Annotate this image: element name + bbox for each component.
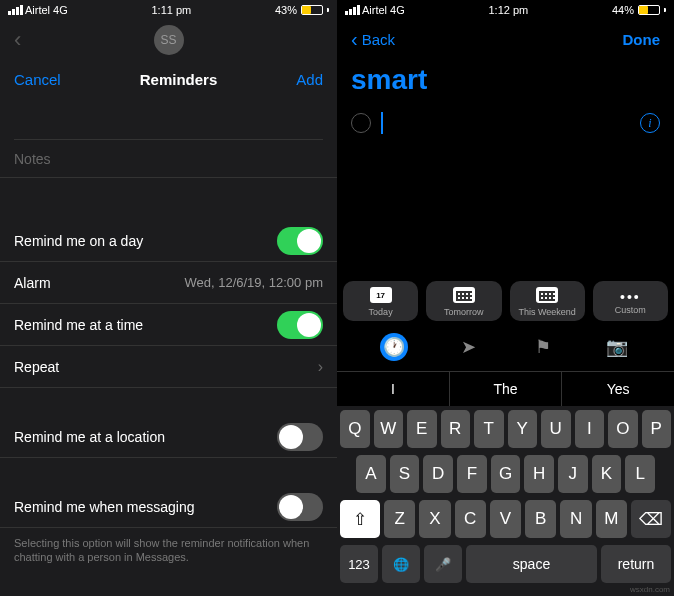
carrier-label: Airtel 4G [25,4,68,16]
info-icon[interactable]: i [640,113,660,133]
cancel-button[interactable]: Cancel [14,71,61,88]
quick-today[interactable]: Today [343,281,418,321]
title-input[interactable] [14,106,323,140]
back-chevron-icon[interactable]: ‹ [14,27,21,53]
key-h[interactable]: H [524,455,554,493]
battery-indicator: 44% [612,4,666,16]
signal-icon [345,5,360,15]
camera-action-icon[interactable]: 📷 [603,333,631,361]
key-n[interactable]: N [560,500,591,538]
back-button[interactable]: ‹ Back [351,28,395,51]
mic-key[interactable]: 🎤 [424,545,462,583]
add-button[interactable]: Add [296,71,323,88]
suggestion-2[interactable]: The [450,372,563,406]
delete-key[interactable]: ⌫ [631,500,671,538]
space-key[interactable]: space [466,545,597,583]
done-button[interactable]: Done [623,31,661,48]
clock-label: 1:11 pm [152,4,192,16]
battery-indicator: 43% [275,4,329,16]
globe-key[interactable]: 🌐 [382,545,420,583]
remind-time-toggle[interactable] [277,311,323,339]
watermark: wsxdn.com [630,585,670,594]
quick-weekend[interactable]: This Weekend [510,281,585,321]
key-u[interactable]: U [541,410,571,448]
return-key[interactable]: return [601,545,671,583]
nav-bar: ‹ Back Done [337,20,674,58]
status-bar: Airtel 4G 1:12 pm 44% [337,0,674,20]
quick-tomorrow[interactable]: Tomorrow [426,281,501,321]
key-j[interactable]: J [558,455,588,493]
remind-messaging-toggle[interactable] [277,493,323,521]
repeat-row[interactable]: Repeat › [0,346,337,388]
key-p[interactable]: P [642,410,672,448]
list-title: smart [337,58,674,102]
chevron-back-icon: ‹ [351,28,358,51]
key-w[interactable]: W [374,410,404,448]
key-r[interactable]: R [441,410,471,448]
nav-bar: Cancel Reminders Add [0,60,337,98]
carrier-label: Airtel 4G [362,4,405,16]
time-action-icon[interactable]: 🕐 [380,333,408,361]
key-f[interactable]: F [457,455,487,493]
key-e[interactable]: E [407,410,437,448]
keyboard: QWERTYUIOP ASDFGHJKL ⇧ ZXCVBNM ⌫ 123 🌐 🎤… [337,406,674,596]
remind-time-label: Remind me at a time [14,317,143,333]
key-o[interactable]: O [608,410,638,448]
new-reminder-row[interactable]: i [337,102,674,144]
key-z[interactable]: Z [384,500,415,538]
key-y[interactable]: Y [508,410,538,448]
key-i[interactable]: I [575,410,605,448]
chevron-right-icon: › [318,358,323,376]
key-l[interactable]: L [625,455,655,493]
completion-circle-icon[interactable] [351,113,371,133]
key-v[interactable]: V [490,500,521,538]
remind-messaging-row[interactable]: Remind me when messaging [0,486,337,528]
remind-day-row[interactable]: Remind me on a day [0,220,337,262]
suggestion-3[interactable]: Yes [562,372,674,406]
key-k[interactable]: K [592,455,622,493]
flag-action-icon[interactable]: ⚑ [529,333,557,361]
keyboard-accessory: Today Tomorrow This Weekend ••• Custom 🕐… [337,271,674,596]
remind-time-row[interactable]: Remind me at a time [0,304,337,346]
alarm-row[interactable]: Alarm Wed, 12/6/19, 12:00 pm [0,262,337,304]
alarm-label: Alarm [14,275,51,291]
number-key[interactable]: 123 [340,545,378,583]
text-cursor [381,112,383,134]
key-q[interactable]: Q [340,410,370,448]
clock-label: 1:12 pm [489,4,529,16]
signal-icon [8,5,23,15]
contact-header: ‹ SS [0,20,337,60]
key-d[interactable]: D [423,455,453,493]
phone-left: Airtel 4G 1:11 pm 43% ‹ SS Cancel Remind… [0,0,337,596]
key-b[interactable]: B [525,500,556,538]
remind-day-toggle[interactable] [277,227,323,255]
remind-messaging-label: Remind me when messaging [14,499,195,515]
suggestion-bar: I The Yes [337,371,674,406]
avatar[interactable]: SS [154,25,184,55]
ellipsis-icon: ••• [620,289,641,305]
remind-location-toggle[interactable] [277,423,323,451]
shift-key[interactable]: ⇧ [340,500,380,538]
remind-location-label: Remind me at a location [14,429,165,445]
key-a[interactable]: A [356,455,386,493]
status-bar: Airtel 4G 1:11 pm 43% [0,0,337,20]
calendar-tomorrow-icon [453,287,475,303]
location-action-icon[interactable]: ➤ [454,333,482,361]
key-x[interactable]: X [419,500,450,538]
alarm-value: Wed, 12/6/19, 12:00 pm [184,275,323,290]
key-t[interactable]: T [474,410,504,448]
quick-custom[interactable]: ••• Custom [593,281,668,321]
messaging-footer: Selecting this option will show the remi… [0,528,337,573]
suggestion-1[interactable]: I [337,372,450,406]
key-s[interactable]: S [390,455,420,493]
repeat-label: Repeat [14,359,59,375]
remind-day-label: Remind me on a day [14,233,143,249]
nav-title: Reminders [140,71,218,88]
remind-location-row[interactable]: Remind me at a location [0,416,337,458]
key-c[interactable]: C [455,500,486,538]
notes-input[interactable]: Notes [0,140,337,178]
key-g[interactable]: G [491,455,521,493]
phone-right: Airtel 4G 1:12 pm 44% ‹ Back Done smart … [337,0,674,596]
calendar-today-icon [370,287,392,303]
key-m[interactable]: M [596,500,627,538]
